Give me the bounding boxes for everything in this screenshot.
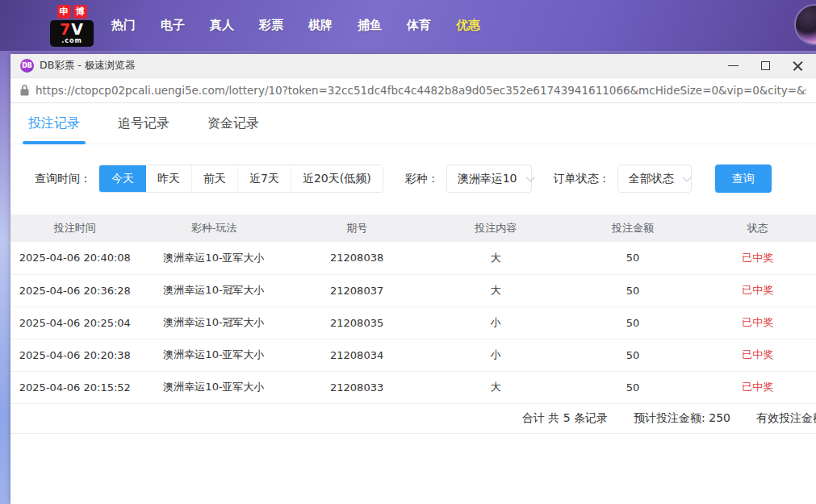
nav-item-hot[interactable]: 热门 bbox=[111, 18, 136, 33]
logo-badge-bo: 博 bbox=[73, 5, 87, 19]
status-badge: 已中奖 bbox=[699, 371, 816, 403]
cell-bet-time: 2025-04-06 20:15:52 bbox=[10, 371, 140, 403]
nav-item-sports[interactable]: 体育 bbox=[407, 18, 431, 33]
summary-total-records: 合计 共 5 条记录 bbox=[522, 411, 608, 426]
chevron-down-icon bbox=[682, 173, 691, 181]
time-option-day-before[interactable]: 前天 bbox=[191, 165, 237, 192]
nav-item-cards[interactable]: 棋牌 bbox=[308, 18, 333, 33]
page-content: 投注记录 追号记录 资金记录 查询时间： 今天 昨天 前天 近7天 近20天(低… bbox=[10, 103, 816, 504]
status-filter-label: 订单状态： bbox=[554, 172, 610, 186]
tab-fund-records[interactable]: 资金记录 bbox=[207, 103, 259, 144]
status-badge: 已中奖 bbox=[699, 274, 816, 306]
lottery-selected-value: 澳洲幸运10 bbox=[458, 172, 517, 186]
cell-bet-amount: 50 bbox=[567, 306, 700, 339]
status-badge: 已中奖 bbox=[699, 306, 816, 339]
lock-icon bbox=[20, 85, 29, 96]
url-bar[interactable]: https://ctopcp02pcali.uengi5e.com/lotter… bbox=[10, 78, 816, 103]
table-row: 2025-04-06 20:36:28 澳洲幸运10-冠军大小 21208037… bbox=[10, 274, 816, 306]
window-controls bbox=[728, 60, 806, 71]
tab-bet-records[interactable]: 投注记录 bbox=[28, 103, 80, 144]
cell-bet-amount: 50 bbox=[567, 371, 700, 403]
db-favicon-icon: DB bbox=[20, 59, 34, 73]
table-row: 2025-04-06 20:40:08 澳洲幸运10-亚军大小 21208038… bbox=[10, 242, 816, 274]
cell-bet-amount: 50 bbox=[567, 242, 700, 274]
logo-v: V bbox=[71, 20, 84, 38]
cell-issue: 21208037 bbox=[288, 274, 425, 306]
cell-bet-amount: 50 bbox=[567, 339, 700, 371]
nav-items: 热门 电子 真人 彩票 棋牌 捕鱼 体育 优惠 bbox=[111, 18, 480, 33]
header-bet-amount: 投注金额 bbox=[567, 215, 700, 242]
cell-game-play: 澳洲幸运10-亚军大小 bbox=[140, 371, 289, 403]
cell-game-play: 澳洲幸运10-亚军大小 bbox=[140, 242, 289, 274]
logo-7: 7 bbox=[60, 20, 71, 38]
search-button[interactable]: 查询 bbox=[715, 165, 772, 193]
minimize-icon[interactable] bbox=[728, 65, 739, 66]
close-icon[interactable] bbox=[793, 60, 803, 71]
logo-com: .com bbox=[53, 38, 90, 44]
lottery-select[interactable]: 澳洲幸运10 bbox=[446, 165, 532, 193]
filter-bar: 查询时间： 今天 昨天 前天 近7天 近20天(低频) 彩种： 澳洲幸运10 订… bbox=[35, 165, 816, 193]
nav-item-live[interactable]: 真人 bbox=[210, 18, 234, 33]
logo-badge-shen: 申 bbox=[57, 5, 71, 19]
status-selected-value: 全部状态 bbox=[629, 172, 674, 186]
logo-block: 7V .com bbox=[50, 20, 94, 47]
cell-game-play: 澳洲幸运10-冠军大小 bbox=[140, 306, 289, 339]
order-status-select[interactable]: 全部状态 bbox=[617, 165, 692, 193]
cell-bet-amount: 50 bbox=[567, 274, 700, 306]
cell-issue: 21208035 bbox=[288, 306, 425, 339]
nav-item-lottery[interactable]: 彩票 bbox=[259, 18, 283, 33]
header-issue: 期号 bbox=[288, 215, 425, 242]
header-game-play: 彩种-玩法 bbox=[140, 215, 289, 242]
lottery-filter-label: 彩种： bbox=[405, 172, 439, 186]
logo-badges: 申 博 bbox=[50, 5, 94, 19]
bet-records-table: 投注时间 彩种-玩法 期号 投注内容 投注金额 状态 2025-04-06 20… bbox=[10, 215, 816, 404]
maximize-icon[interactable] bbox=[761, 61, 770, 70]
cell-issue: 21208034 bbox=[288, 339, 425, 371]
cell-issue: 21208033 bbox=[288, 371, 425, 403]
time-option-yesterday[interactable]: 昨天 bbox=[146, 165, 191, 192]
site-logo[interactable]: 申 博 7V .com bbox=[50, 5, 94, 47]
summary-expected-amount: 预计投注金额: 250 bbox=[634, 411, 730, 426]
nav-item-slots[interactable]: 电子 bbox=[161, 18, 185, 33]
header-bet-time: 投注时间 bbox=[10, 215, 140, 242]
cell-game-play: 澳洲幸运10-亚军大小 bbox=[140, 339, 289, 371]
header-bet-content: 投注内容 bbox=[425, 215, 567, 242]
cell-bet-content: 大 bbox=[425, 274, 567, 306]
table-header-row: 投注时间 彩种-玩法 期号 投注内容 投注金额 状态 bbox=[10, 215, 816, 242]
cell-issue: 21208038 bbox=[288, 242, 425, 274]
url-text[interactable]: https://ctopcp02pcali.uengi5e.com/lotter… bbox=[36, 84, 806, 97]
time-range-group: 今天 昨天 前天 近7天 近20天(低频) bbox=[98, 165, 383, 193]
nav-item-fishing[interactable]: 捕鱼 bbox=[358, 18, 382, 33]
table-row: 2025-04-06 20:25:04 澳洲幸运10-冠军大小 21208035… bbox=[10, 306, 816, 339]
time-option-7days[interactable]: 近7天 bbox=[237, 165, 291, 192]
cell-bet-time: 2025-04-06 20:36:28 bbox=[10, 274, 140, 306]
summary-bar: 合计 共 5 条记录 预计投注金额: 250 有效投注金额 bbox=[10, 404, 816, 434]
header-status: 状态 bbox=[699, 215, 816, 242]
record-tabs: 投注记录 追号记录 资金记录 bbox=[10, 103, 816, 144]
cell-bet-content: 小 bbox=[425, 306, 567, 339]
table-row: 2025-04-06 20:20:38 澳洲幸运10-亚军大小 21208034… bbox=[10, 339, 816, 371]
window-title: DB彩票 - 极速浏览器 bbox=[40, 59, 135, 73]
cell-bet-content: 大 bbox=[425, 242, 567, 274]
status-badge: 已中奖 bbox=[699, 242, 816, 274]
status-badge: 已中奖 bbox=[699, 339, 816, 371]
nav-item-promo[interactable]: 优惠 bbox=[456, 18, 480, 33]
time-option-today[interactable]: 今天 bbox=[99, 165, 146, 192]
cell-game-play: 澳洲幸运10-冠军大小 bbox=[140, 274, 289, 306]
chevron-down-icon bbox=[525, 173, 534, 181]
cell-bet-content: 大 bbox=[425, 371, 567, 403]
cell-bet-time: 2025-04-06 20:20:38 bbox=[10, 339, 140, 371]
browser-window: DB DB彩票 - 极速浏览器 https://ctopcp02pcali.ue… bbox=[10, 54, 816, 504]
time-option-20days[interactable]: 近20天(低频) bbox=[291, 165, 383, 192]
summary-valid-amount: 有效投注金额 bbox=[756, 411, 816, 426]
cell-bet-time: 2025-04-06 20:25:04 bbox=[10, 306, 140, 339]
table-row: 2025-04-06 20:15:52 澳洲幸运10-亚军大小 21208033… bbox=[10, 371, 816, 403]
site-top-nav: 申 博 7V .com 热门 电子 真人 彩票 棋牌 捕鱼 体育 优惠 bbox=[0, 0, 816, 51]
tab-chase-records[interactable]: 追号记录 bbox=[118, 103, 169, 144]
cell-bet-content: 小 bbox=[425, 339, 567, 371]
cell-bet-time: 2025-04-06 20:40:08 bbox=[10, 242, 140, 274]
time-filter-label: 查询时间： bbox=[35, 172, 91, 186]
window-titlebar[interactable]: DB DB彩票 - 极速浏览器 bbox=[10, 54, 816, 78]
